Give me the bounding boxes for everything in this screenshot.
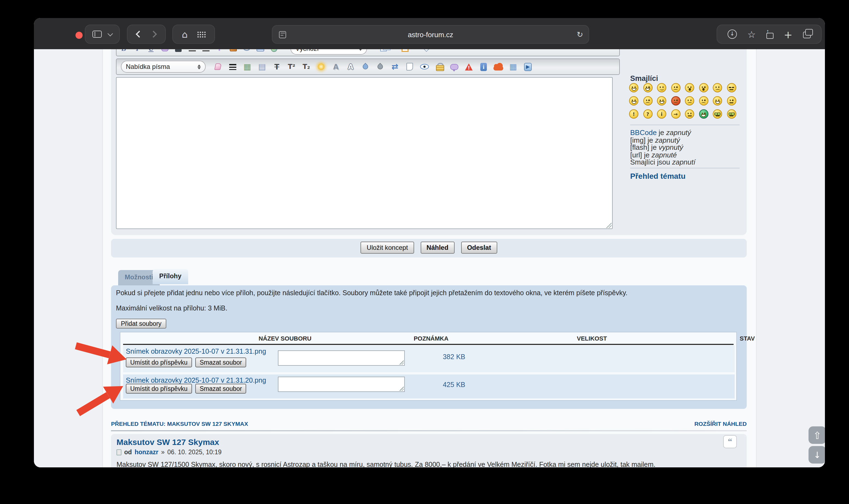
bbcode-link[interactable]: BBCode <box>630 128 657 137</box>
sidebar-icon[interactable] <box>92 31 102 38</box>
list-item-icon[interactable]: Y <box>214 49 224 54</box>
glow-text-icon[interactable] <box>316 61 326 72</box>
place-inline-button[interactable]: Umístit do příspěvku <box>126 358 192 367</box>
smiley-razz[interactable] <box>657 96 666 106</box>
post-title-link[interactable]: Maksutov SW 127 Skymax <box>117 437 219 447</box>
code-icon[interactable] <box>173 49 183 54</box>
list-numbered-icon[interactable] <box>201 49 211 54</box>
url-text[interactable]: astro-forum.cz <box>273 30 589 38</box>
bold-icon[interactable]: B <box>119 49 128 54</box>
downloads-icon[interactable]: ↓ <box>728 30 737 39</box>
scroll-to-bottom-button[interactable]: ↓ <box>809 446 825 464</box>
smiley-confused[interactable] <box>713 83 722 92</box>
smiley-surprised[interactable] <box>685 83 694 92</box>
preview-eye-icon[interactable] <box>420 61 429 72</box>
insert-image-icon[interactable] <box>228 49 238 54</box>
delete-file-button[interactable]: Smazat soubor <box>195 384 246 394</box>
quote-icon[interactable] <box>160 49 170 54</box>
smiley-neutral[interactable] <box>685 109 694 119</box>
swap-direction-icon[interactable]: ⇄ <box>390 61 400 72</box>
topic-review-header[interactable]: PŘEHLED TÉMATU: MAKSUTOV SW 127 SKYMAX <box>111 420 248 427</box>
copy-pages-icon[interactable] <box>379 49 388 54</box>
strikethrough-icon[interactable]: T <box>272 61 282 72</box>
attachment-filename-link[interactable]: Snímek obrazovky 2025-10-07 v 21.31.20.p… <box>126 377 266 384</box>
expand-view-link[interactable]: ROZŠÍŘIT NÁHLED <box>694 420 747 427</box>
reload-icon[interactable]: ↻ <box>577 30 583 39</box>
smiley-cry[interactable] <box>685 96 694 106</box>
insert-flash-icon[interactable] <box>256 49 265 54</box>
bookmark-star-icon[interactable]: ☆ <box>747 29 756 40</box>
smiley-cool[interactable] <box>727 83 736 92</box>
smiley-arrow[interactable]: → <box>671 109 680 119</box>
reader-icon[interactable] <box>279 31 286 38</box>
comment-textarea[interactable] <box>278 350 405 366</box>
resize-handle[interactable] <box>606 222 611 228</box>
subscript-icon[interactable]: T₂ <box>301 61 311 72</box>
forward-icon[interactable] <box>150 31 157 37</box>
table-green-icon[interactable]: ▦ <box>242 61 252 72</box>
delete-file-button[interactable]: Smazat soubor <box>195 358 246 367</box>
smiley-smile[interactable] <box>643 83 652 92</box>
highlighter-icon[interactable] <box>213 61 223 72</box>
smiley-sad[interactable] <box>671 83 680 92</box>
topic-review-link[interactable]: Přehled tématu <box>630 172 686 180</box>
media-player-icon[interactable]: ▶ <box>523 61 533 72</box>
smiley-idea[interactable]: i <box>657 109 666 119</box>
speech-bubble-icon[interactable] <box>449 61 459 72</box>
smiley-geek[interactable] <box>713 109 722 119</box>
smiley-question[interactable]: ? <box>643 109 652 119</box>
font-menu-select[interactable]: Nabídka písma <box>121 61 206 73</box>
scroll-to-top-button[interactable]: ⇧ <box>809 426 825 444</box>
diamond-icon[interactable] <box>421 49 431 54</box>
attachment-filename-link[interactable]: Snímek obrazovky 2025-10-07 v 21.31.31.p… <box>126 348 266 355</box>
add-files-button[interactable]: Přidat soubory <box>116 319 166 328</box>
comment-textarea[interactable] <box>278 377 405 392</box>
save-draft-button[interactable]: Uložit koncept <box>361 241 414 254</box>
smiley-twisted[interactable] <box>713 96 722 106</box>
drop-gray-icon[interactable] <box>375 61 385 72</box>
new-tab-icon[interactable]: + <box>784 28 793 40</box>
drop-blue-icon[interactable] <box>361 61 370 72</box>
lock-icon[interactable] <box>434 61 444 72</box>
submit-button[interactable]: Odeslat <box>461 241 497 254</box>
text-block-icon[interactable]: ▤ <box>257 61 267 72</box>
shadow-text-icon[interactable]: A <box>331 61 341 72</box>
quote-button[interactable]: “ <box>723 435 737 448</box>
table-blue-icon[interactable]: ▦ <box>508 61 518 72</box>
smiley-oops[interactable] <box>671 96 680 106</box>
smiley-shock[interactable] <box>699 83 708 92</box>
format-size-select[interactable]: Výchozí <box>291 49 367 54</box>
warning-icon[interactable] <box>464 61 474 72</box>
resize-handle[interactable] <box>399 386 404 391</box>
smiley-wink[interactable] <box>657 83 666 92</box>
smiley-mrgreen[interactable] <box>699 109 708 119</box>
italic-icon[interactable]: I <box>133 49 142 54</box>
superscript-icon[interactable]: T² <box>287 61 296 72</box>
underline-icon[interactable]: U <box>146 49 156 54</box>
back-icon[interactable] <box>136 31 142 37</box>
app-grid-icon[interactable] <box>197 31 205 37</box>
smiley-biggrin[interactable] <box>629 83 638 92</box>
tab-attachments[interactable]: Přílohy <box>153 269 188 284</box>
insert-url-icon[interactable] <box>242 49 252 54</box>
smiley-mad[interactable] <box>643 96 652 106</box>
insert-web-icon[interactable] <box>269 49 279 54</box>
close-window-button[interactable] <box>75 32 83 39</box>
page-curl-icon[interactable] <box>405 61 415 72</box>
preview-button[interactable]: Náhled <box>420 241 454 254</box>
address-bar[interactable]: astro-forum.cz ↻ <box>272 25 589 44</box>
post-author-link[interactable]: honzazr <box>135 449 158 455</box>
place-inline-button[interactable]: Umístit do příspěvku <box>126 384 192 394</box>
info-box-icon[interactable]: i <box>479 61 488 72</box>
message-textarea[interactable] <box>116 77 613 229</box>
share-icon[interactable] <box>766 30 773 38</box>
list-bullet-icon[interactable] <box>187 49 197 54</box>
smiley-rolleyes[interactable] <box>727 96 736 106</box>
chevron-down-icon[interactable] <box>108 31 113 36</box>
soundcloud-icon[interactable] <box>493 61 503 72</box>
tab-overview-icon[interactable] <box>803 32 811 38</box>
smiley-exclaim[interactable]: ! <box>629 109 638 119</box>
smiley-ugeek[interactable] <box>727 109 736 119</box>
outline-text-icon[interactable]: A <box>346 61 356 72</box>
smiley-evil[interactable] <box>699 96 708 106</box>
